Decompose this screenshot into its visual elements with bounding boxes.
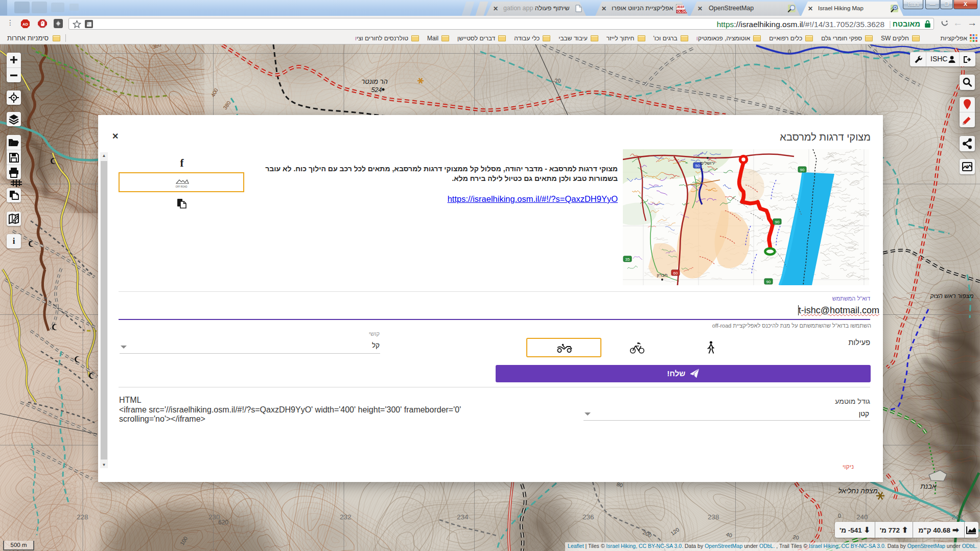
svg-text:מצפור ראש הצוק: מצפור ראש הצוק	[929, 292, 973, 300]
svg-text:הר מונטר: הר מונטר	[361, 78, 388, 85]
svg-text:-20: -20	[553, 78, 561, 84]
svg-text:228: 228	[77, 513, 88, 521]
svg-text:524: 524	[371, 86, 382, 94]
svg-text:35: 35	[625, 257, 630, 262]
svg-text:90: 90	[775, 220, 780, 224]
svg-text:0: 0	[838, 513, 841, 519]
svg-text:20: 20	[792, 534, 800, 541]
svg-text:מצפה נחליאל: מצפה נחליאל	[838, 487, 877, 495]
svg-text:240: 240	[856, 513, 868, 521]
svg-text:0: 0	[788, 49, 791, 55]
svg-text:90: 90	[800, 168, 805, 172]
svg-text:60: 60	[673, 271, 678, 276]
svg-text:A: A	[966, 164, 969, 169]
svg-text:230: 230	[208, 513, 220, 521]
svg-text:232: 232	[340, 513, 352, 521]
svg-text:236: 236	[582, 513, 594, 521]
svg-text:238: 238	[708, 513, 719, 521]
svg-text:90: 90	[766, 280, 771, 284]
svg-text:AD: AD	[22, 22, 28, 27]
svg-text:234: 234	[457, 513, 469, 521]
svg-text:242: 242	[951, 513, 963, 521]
svg-text:חברון: חברון	[657, 272, 668, 278]
svg-text:אבנת: אבנת	[920, 483, 937, 490]
svg-text:50: 50	[695, 164, 700, 168]
svg-text:ירושלים: ירושלים	[700, 160, 715, 166]
